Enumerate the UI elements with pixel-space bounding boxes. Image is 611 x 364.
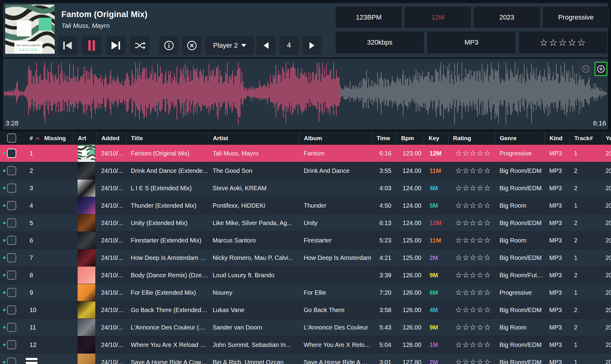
cell-rating[interactable]: ☆☆☆☆☆ xyxy=(448,284,495,301)
table-row[interactable]: 10 24/10/... Go Back There (Extended ...… xyxy=(0,301,611,319)
row-select-cell[interactable] xyxy=(0,319,19,336)
column-header-title[interactable]: Title xyxy=(126,132,208,145)
cell-title: How Deep Is Amsterdam (J... xyxy=(126,249,208,266)
cell-rating[interactable]: ☆☆☆☆☆ xyxy=(448,336,495,353)
table-row[interactable]: 3 24/10/... L I E S (Extended Mix) Steve… xyxy=(0,180,611,197)
row-checkbox[interactable] xyxy=(7,236,16,245)
info-box-genre: Progressive xyxy=(543,6,609,28)
column-header-bpm[interactable]: Bpm xyxy=(396,132,424,145)
shuffle-button[interactable] xyxy=(130,36,150,55)
waveform-canvas[interactable] xyxy=(3,59,608,129)
table-row[interactable]: 12 24/10/... Where You Are X Reload X...… xyxy=(0,336,611,354)
cell-rating[interactable]: ☆☆☆☆☆ xyxy=(448,197,495,214)
row-checkbox[interactable] xyxy=(7,218,16,228)
waveform-panel[interactable]: 3:28 6:16 xyxy=(3,59,608,129)
column-header-art[interactable]: Art xyxy=(73,132,97,145)
table-row[interactable]: 9 24/10/... For Ellie (Extended Mix) Nou… xyxy=(0,284,611,301)
cell-rating[interactable]: ☆☆☆☆☆ xyxy=(448,301,495,318)
row-select-cell[interactable] xyxy=(0,180,19,197)
eject-button[interactable] xyxy=(182,36,202,55)
cell-album: Unity xyxy=(299,214,372,231)
row-select-cell[interactable] xyxy=(0,162,19,179)
waveform-zoom-in-button[interactable] xyxy=(595,62,607,76)
cell-rating[interactable]: ☆☆☆☆☆ xyxy=(448,214,495,231)
row-select-cell[interactable] xyxy=(0,284,19,301)
row-checkbox[interactable] xyxy=(7,166,16,175)
cell-rating[interactable]: ☆☆☆☆☆ xyxy=(448,162,495,179)
row-select-cell[interactable] xyxy=(0,336,19,353)
row-checkbox[interactable] xyxy=(7,323,16,332)
row-select-cell[interactable] xyxy=(0,145,19,162)
column-header-track[interactable]: Track# xyxy=(569,132,603,145)
row-select-cell[interactable] xyxy=(0,354,19,364)
cell-genre: Big Room/Futu... xyxy=(495,267,545,284)
row-checkbox[interactable] xyxy=(7,253,16,262)
row-checkbox[interactable] xyxy=(7,358,16,364)
deck-previous-button[interactable] xyxy=(256,36,276,55)
table-row[interactable]: 4 24/10/... Thunder (Extended Mix) Ponti… xyxy=(0,197,611,214)
cell-rating[interactable]: ☆☆☆☆☆ xyxy=(448,180,495,197)
table-row[interactable]: 7 24/10/... How Deep Is Amsterdam (J... … xyxy=(0,249,611,267)
column-header-kind[interactable]: Kind xyxy=(545,132,569,145)
table-row[interactable]: 24/10/... Save A Horse Ride A CowB... Bi… xyxy=(0,354,611,364)
row-select-cell[interactable] xyxy=(0,214,19,231)
column-header-rating[interactable]: Rating xyxy=(448,132,495,145)
row-select-cell[interactable] xyxy=(0,197,19,214)
column-header-num[interactable]: # xyxy=(19,132,40,145)
info-box-rating[interactable]: ☆☆☆☆☆ xyxy=(519,31,607,54)
deck-next-button[interactable] xyxy=(302,36,322,55)
column-header-genre[interactable]: Genre xyxy=(495,132,545,145)
select-all-checkbox[interactable] xyxy=(0,132,19,145)
cell-rating[interactable]: ☆☆☆☆☆ xyxy=(448,354,495,364)
row-checkbox[interactable] xyxy=(7,184,16,193)
track-info-button[interactable] xyxy=(159,36,179,55)
cell-year: 2023 xyxy=(603,249,611,266)
player-select-dropdown[interactable]: Player 2 xyxy=(205,36,254,55)
row-checkbox[interactable] xyxy=(7,340,16,349)
cell-kind: MP3 xyxy=(545,249,569,266)
table-row[interactable]: 6 24/10/... Firestarter (Extended Mix) M… xyxy=(0,232,611,249)
column-header-year[interactable]: Year xyxy=(603,132,611,145)
cell-art xyxy=(73,162,97,179)
column-header-missing[interactable]: Missing xyxy=(40,132,73,145)
row-number: 7 xyxy=(19,249,40,266)
cell-rating[interactable]: ☆☆☆☆☆ xyxy=(448,267,495,284)
column-header-time[interactable]: Time xyxy=(372,132,396,145)
cell-rating[interactable]: ☆☆☆☆☆ xyxy=(448,249,495,266)
chevron-down-icon xyxy=(241,44,246,47)
cell-rating[interactable]: ☆☆☆☆☆ xyxy=(448,319,495,336)
track-artist: Tali Muss, Mayro xyxy=(61,22,110,29)
cell-added: 24/10/... xyxy=(97,249,126,266)
row-select-cell[interactable] xyxy=(0,267,19,284)
waveform-zoom-out-button[interactable] xyxy=(579,62,592,76)
cell-art xyxy=(73,214,97,231)
next-track-button[interactable] xyxy=(106,36,126,55)
row-select-cell[interactable] xyxy=(0,249,19,266)
cell-rating[interactable]: ☆☆☆☆☆ xyxy=(448,145,495,162)
table-row[interactable]: 2 24/10/... Drink And Dance (Extende... … xyxy=(0,162,611,180)
table-row[interactable]: 5 24/10/... Unity (Extended Mix) Like Mi… xyxy=(0,214,611,232)
row-checkbox[interactable] xyxy=(7,201,16,210)
row-checkbox[interactable] xyxy=(7,288,16,297)
track-title: Fantom (Original Mix) xyxy=(61,10,148,19)
previous-track-button[interactable] xyxy=(58,36,77,55)
cell-art xyxy=(73,180,97,197)
table-row[interactable]: 1 TALI MUSS & MAYRO FANTOM 24/10/... Fan… xyxy=(0,145,611,162)
row-checkbox[interactable] xyxy=(7,305,16,315)
drag-handle-icon[interactable] xyxy=(26,358,40,364)
column-header-album[interactable]: Album xyxy=(299,132,372,145)
row-checkbox[interactable] xyxy=(7,149,16,158)
cell-rating[interactable]: ☆☆☆☆☆ xyxy=(448,232,495,249)
row-select-cell[interactable] xyxy=(0,232,19,249)
cell-missing xyxy=(40,145,73,162)
cell-title: L I E S (Extended Mix) xyxy=(126,180,208,197)
column-header-artist[interactable]: Artist xyxy=(208,132,299,145)
column-header-key[interactable]: Key xyxy=(424,132,448,145)
table-row[interactable]: 8 24/10/... Body (Dance Remix) (Dzek... … xyxy=(0,267,611,284)
rating-stars: ☆☆☆☆☆ xyxy=(540,37,587,48)
row-select-cell[interactable] xyxy=(0,301,19,318)
column-header-added[interactable]: Added xyxy=(97,132,126,145)
row-checkbox[interactable] xyxy=(7,271,16,280)
pause-button[interactable] xyxy=(82,36,101,55)
table-row[interactable]: 11 24/10/... L'Annonce Des Couleur (Ex..… xyxy=(0,319,611,336)
